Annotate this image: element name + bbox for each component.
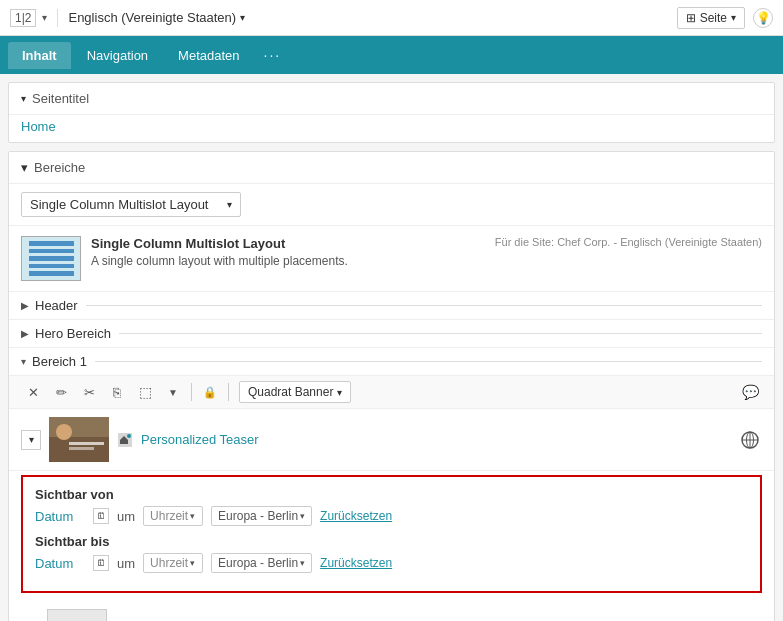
svg-rect-4 xyxy=(69,447,94,450)
bereich1-row[interactable]: ▾ Bereich 1 xyxy=(9,348,774,376)
reset-bis-button[interactable]: Zurücksetzen xyxy=(320,556,392,570)
seitentitel-chevron[interactable]: ▾ xyxy=(21,93,26,104)
bereich1-chevron-icon: ▾ xyxy=(21,356,26,367)
chevron-down-icon: ▾ xyxy=(300,558,305,568)
consumers-item: ▶ Consumers Page Skiplink xyxy=(9,601,774,621)
toolbar-separator xyxy=(191,383,192,401)
chevron-down-icon: ▾ xyxy=(240,12,245,23)
um-von-label: um xyxy=(117,509,135,524)
um-bis-label: um xyxy=(117,556,135,571)
toolbar: ✕ ✏ ✂ ⎘ ⬚ ▼ 🔒 Quadrat Banner ▾ 💬 xyxy=(9,376,774,409)
svg-rect-3 xyxy=(69,442,104,445)
top-bar-left: 1|2 ▾ Englisch (Vereinigte Staaten) ▾ xyxy=(10,9,245,27)
chevron-down-icon: ▾ xyxy=(300,511,305,521)
layout-type-dropdown[interactable]: Quadrat Banner ▾ xyxy=(239,381,351,403)
paste-button[interactable]: ⬚ xyxy=(133,380,157,404)
header-chevron-icon: ▶ xyxy=(21,300,29,311)
layout-info-text: Single Column Multislot Layout A single … xyxy=(91,236,485,268)
header-label: Header xyxy=(35,298,78,313)
layout-dropdown[interactable]: Single Column Multislot Layout ▾ xyxy=(21,192,241,217)
chevron-down-icon: ▾ xyxy=(337,387,342,398)
header-row[interactable]: ▶ Header xyxy=(9,292,774,320)
hero-label: Hero Bereich xyxy=(35,326,111,341)
calendar-bis-icon[interactable]: 🗓 xyxy=(93,555,109,571)
reset-von-button[interactable]: Zurücksetzen xyxy=(320,509,392,523)
bereiche-title: Bereiche xyxy=(34,160,85,175)
tz-von-label: Europa - Berlin xyxy=(218,509,298,523)
uhrzeit-von-input[interactable]: Uhrzeit ▾ xyxy=(143,506,203,526)
top-bar: 1|2 ▾ Englisch (Vereinigte Staaten) ▾ ⊞ … xyxy=(0,0,783,36)
uhrzeit-von-label: Uhrzeit xyxy=(150,509,188,523)
sichtbar-von-inputs: Datum 🗓 um Uhrzeit ▾ Europa - Berlin ▾ Z… xyxy=(35,506,748,526)
light-icon[interactable]: 💡 xyxy=(753,8,773,28)
lock-icon: 🔒 xyxy=(203,386,217,399)
bereich1-label: Bereich 1 xyxy=(32,354,87,369)
expand-button[interactable]: ▾ xyxy=(21,430,41,450)
chat-icon[interactable]: 💬 xyxy=(738,380,762,404)
page-number: 1|2 xyxy=(10,9,36,27)
page-label: Seite xyxy=(700,11,727,25)
delete-button[interactable]: ✕ xyxy=(21,380,45,404)
svg-point-6 xyxy=(127,434,131,438)
layout-type-label: Quadrat Banner xyxy=(248,385,333,399)
content-area: ▾ Seitentitel Home ▾ Bereiche Single Col… xyxy=(0,74,783,621)
consumers-thumbnail xyxy=(47,609,107,621)
chevron-down-icon: ▾ xyxy=(190,558,195,568)
layout-info-title: Single Column Multislot Layout xyxy=(91,236,485,251)
header-line xyxy=(86,305,762,306)
sichtbar-von-row: Sichtbar von xyxy=(35,487,748,502)
lock-button[interactable]: 🔒 xyxy=(198,380,222,404)
page-button[interactable]: ⊞ Seite ▾ xyxy=(677,7,745,29)
seitentitel-section: ▾ Seitentitel Home xyxy=(8,82,775,143)
layout-info: Single Column Multislot Layout A single … xyxy=(9,226,774,292)
timezone-von-dropdown[interactable]: Europa - Berlin ▾ xyxy=(211,506,312,526)
bereiche-chevron[interactable]: ▾ xyxy=(21,160,28,175)
sichtbar-bis-label: Sichtbar bis xyxy=(35,534,115,549)
cut-button[interactable]: ✂ xyxy=(77,380,101,404)
layout-selector: Single Column Multislot Layout ▾ xyxy=(9,184,774,226)
chevron-down-icon: ▾ xyxy=(227,199,232,210)
item-thumbnail xyxy=(49,417,109,462)
language-selector[interactable]: Englisch (Vereinigte Staaten) ▾ xyxy=(68,10,245,25)
tab-navigation[interactable]: Navigation xyxy=(73,42,162,69)
chevron-down-icon[interactable]: ▾ xyxy=(42,12,47,23)
copy-button[interactable]: ⎘ xyxy=(105,380,129,404)
seitentitel-value[interactable]: Home xyxy=(9,115,774,142)
layout-dropdown-label: Single Column Multislot Layout xyxy=(30,197,208,212)
bereiche-header: ▾ Bereiche xyxy=(9,152,774,184)
tab-bar: Inhalt Navigation Metadaten ··· xyxy=(0,36,783,74)
datum-bis-input[interactable]: Datum xyxy=(35,556,85,571)
chevron-down-icon: ▾ xyxy=(731,12,736,23)
layout-info-desc: A single column layout with multiple pla… xyxy=(91,254,485,268)
svg-point-2 xyxy=(56,424,72,440)
personalized-teaser-item: ▾ Personalized Teaser xyxy=(9,409,774,471)
seitentitel-header: ▾ Seitentitel xyxy=(9,83,774,115)
layout-info-site: Für die Site: Chef Corp. - Englisch (Ver… xyxy=(495,236,762,248)
personalized-teaser-label[interactable]: Personalized Teaser xyxy=(141,432,730,447)
seitentitel-title: Seitentitel xyxy=(32,91,89,106)
toolbar-separator2 xyxy=(228,383,229,401)
tab-inhalt[interactable]: Inhalt xyxy=(8,42,71,69)
more-button[interactable]: ▼ xyxy=(161,380,185,404)
sichtbar-bis-row: Sichtbar bis xyxy=(35,534,748,549)
sichtbar-von-label: Sichtbar von xyxy=(35,487,115,502)
uhrzeit-bis-label: Uhrzeit xyxy=(150,556,188,570)
hero-line xyxy=(119,333,762,334)
language-label: Englisch (Vereinigte Staaten) xyxy=(68,10,236,25)
timezone-bis-dropdown[interactable]: Europa - Berlin ▾ xyxy=(211,553,312,573)
tz-bis-label: Europa - Berlin xyxy=(218,556,298,570)
chevron-down-icon: ▾ xyxy=(190,511,195,521)
tab-more[interactable]: ··· xyxy=(256,41,290,69)
calendar-von-icon[interactable]: 🗓 xyxy=(93,508,109,524)
top-bar-right: ⊞ Seite ▾ 💡 xyxy=(677,7,773,29)
grid-icon: ⊞ xyxy=(686,11,696,25)
edit-button[interactable]: ✏ xyxy=(49,380,73,404)
globe-icon[interactable] xyxy=(738,428,762,452)
hero-chevron-icon: ▶ xyxy=(21,328,29,339)
datum-von-input[interactable]: Datum xyxy=(35,509,85,524)
bereich1-line xyxy=(95,361,762,362)
uhrzeit-bis-input[interactable]: Uhrzeit ▾ xyxy=(143,553,203,573)
hero-row[interactable]: ▶ Hero Bereich xyxy=(9,320,774,348)
expanded-content: Sichtbar von Datum 🗓 um Uhrzeit ▾ Europa… xyxy=(21,475,762,593)
tab-metadaten[interactable]: Metadaten xyxy=(164,42,253,69)
